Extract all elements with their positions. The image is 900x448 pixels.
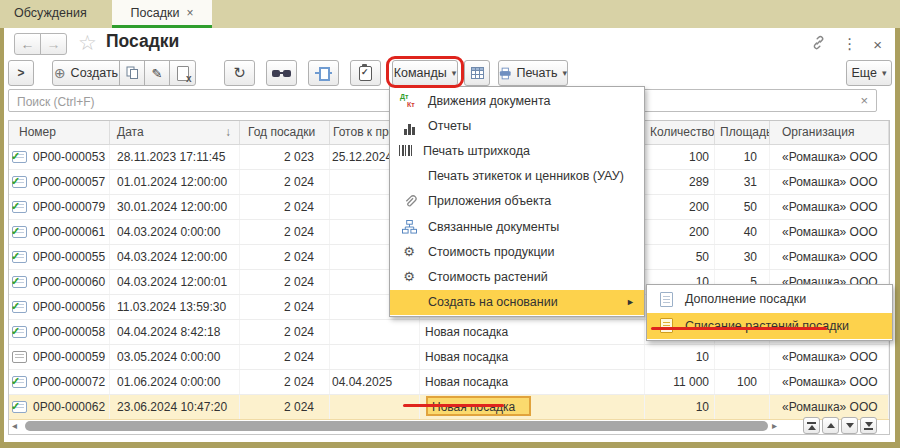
cell-number[interactable]: ✓0Р00-000061	[9, 220, 110, 244]
cell-status[interactable]: Новая посадка	[420, 370, 645, 394]
kebab-menu-icon[interactable]: ⋮	[842, 35, 857, 53]
cell-area[interactable]: 30	[715, 245, 770, 269]
delete-button[interactable]: x	[169, 60, 196, 86]
forward-button[interactable]: →	[40, 33, 67, 55]
cell-number[interactable]: ✓0Р00-000056	[9, 295, 110, 319]
menu-item[interactable]: ДтКтДвижения документа	[390, 88, 644, 113]
header-cell-qty[interactable]: Количество	[645, 121, 715, 144]
cell-number[interactable]: ✓0Р00-000058	[9, 320, 110, 344]
cell-year[interactable]: 2 023	[240, 145, 330, 169]
menu-item[interactable]: ⚙Стоимость продукции	[390, 239, 644, 264]
cell-date[interactable]: 04.03.2024 12:00:01	[110, 270, 240, 294]
header-cell-date[interactable]: Дата↓	[110, 121, 240, 144]
search-clear-icon[interactable]: ×	[860, 93, 868, 108]
cell-area[interactable]: 50	[715, 195, 770, 219]
cell-year[interactable]: 2 024	[240, 345, 330, 369]
cell-qty[interactable]: 200	[645, 220, 715, 244]
cell-year[interactable]: 2 024	[240, 395, 330, 419]
cell-qty[interactable]: 10	[645, 345, 715, 369]
cell-date[interactable]: 04.03.2024 0:00:00	[110, 220, 240, 244]
cell-year[interactable]: 2 024	[240, 195, 330, 219]
cell-year[interactable]: 2 024	[240, 170, 330, 194]
cell-org[interactable]: «Ромашка» ООО	[770, 345, 889, 369]
table-row[interactable]: ✓0Р00-00007201.06.2024 0:00:002 02404.04…	[9, 370, 889, 395]
cell-org[interactable]: «Ромашка» ООО	[770, 195, 889, 219]
create-button[interactable]: ⊕ Создать	[52, 60, 120, 86]
submenu-item[interactable]: Списание растений посадки	[647, 313, 892, 340]
cell-number[interactable]: ✓0Р00-000062	[9, 395, 110, 419]
cell-org[interactable]: «Ромашка» ООО	[770, 370, 889, 394]
cell-date[interactable]: 30.01.2024 12:00:00	[110, 195, 240, 219]
tab-plantings[interactable]: Посадки×	[112, 0, 212, 28]
header-cell-number[interactable]: Номер	[9, 121, 110, 144]
go-first-button[interactable]	[803, 417, 820, 434]
cell-date[interactable]: 03.05.2024 0:00:00	[110, 345, 240, 369]
cell-org[interactable]: «Ромашка» ООО	[770, 220, 889, 244]
cell-area[interactable]: 31	[715, 170, 770, 194]
cell-year[interactable]: 2 024	[240, 220, 330, 244]
cell-area[interactable]	[715, 395, 770, 419]
table-view-button[interactable]	[464, 60, 490, 86]
cell-number[interactable]: ✓0Р00-000055	[9, 245, 110, 269]
menu-item[interactable]: Связанные документы	[390, 214, 644, 239]
header-cell-org[interactable]: Организация	[770, 121, 889, 144]
link-icon[interactable]	[811, 35, 826, 53]
panel-toggle-button[interactable]: >	[8, 60, 34, 86]
table-row[interactable]: ✓0Р00-00006223.06.2024 10:47:202 024Нова…	[9, 395, 889, 420]
cell-year[interactable]: 2 024	[240, 245, 330, 269]
cell-area[interactable]	[715, 345, 770, 369]
cell-area[interactable]: 10	[715, 145, 770, 169]
layout-button[interactable]	[308, 60, 339, 86]
cell-number[interactable]: 0Р00-000059	[9, 345, 110, 369]
cell-status[interactable]: Новая посадка	[420, 345, 645, 369]
horizontal-scrollbar-thumb[interactable]	[25, 421, 768, 431]
cell-ready[interactable]	[330, 320, 420, 344]
menu-item[interactable]: Приложения объекта	[390, 189, 644, 214]
cell-date[interactable]: 01.01.2024 12:00:00	[110, 170, 240, 194]
scroll-left-icon[interactable]: ◂	[12, 420, 17, 431]
cell-qty[interactable]: 100	[645, 145, 715, 169]
cell-qty[interactable]: 200	[645, 195, 715, 219]
favorite-star-icon[interactable]: ☆	[78, 31, 97, 55]
cell-date[interactable]: 01.06.2024 0:00:00	[110, 370, 240, 394]
cell-date[interactable]: 11.03.2024 13:59:30	[110, 295, 240, 319]
copy-button[interactable]	[119, 60, 145, 86]
cell-area[interactable]: 100	[715, 370, 770, 394]
edit-button[interactable]: ✎	[144, 60, 170, 86]
menu-item[interactable]: Печать штрихкода	[390, 138, 644, 163]
cell-org[interactable]: «Ромашка» ООО	[770, 170, 889, 194]
cell-date[interactable]: 04.04.2024 8:42:18	[110, 320, 240, 344]
menu-item[interactable]: ⚙Стоимость растений	[390, 264, 644, 289]
cell-org[interactable]: «Ромашка» ООО	[770, 395, 889, 419]
cell-number[interactable]: ✓0Р00-000057	[9, 170, 110, 194]
header-cell-year[interactable]: Год посадки	[240, 121, 330, 144]
cell-number[interactable]: ✓0Р00-000053	[9, 145, 110, 169]
clipboard-button[interactable]: ✓	[350, 60, 381, 86]
glasses-button[interactable]	[266, 60, 297, 86]
cell-qty[interactable]: 289	[645, 170, 715, 194]
print-button[interactable]: Печать ▾	[498, 60, 568, 86]
cell-ready[interactable]	[330, 345, 420, 369]
menu-item[interactable]: Отчеты	[390, 113, 644, 138]
more-button[interactable]: Еще ▾	[846, 60, 892, 86]
go-next-button[interactable]	[841, 417, 858, 434]
cell-number[interactable]: ✓0Р00-000079	[9, 195, 110, 219]
cell-qty[interactable]: 10	[645, 395, 715, 419]
go-previous-button[interactable]	[822, 417, 839, 434]
cell-date[interactable]: 04.03.2024 12:00:00	[110, 245, 240, 269]
cell-ready[interactable]	[330, 395, 420, 419]
cell-status[interactable]: Новая посадка	[420, 395, 645, 419]
cell-number[interactable]: ✓0Р00-000072	[9, 370, 110, 394]
scroll-right-icon[interactable]: ▸	[772, 420, 777, 431]
commands-button[interactable]: Команды ▾	[392, 60, 458, 86]
cell-date[interactable]: 28.11.2023 17:11:45	[110, 145, 240, 169]
cell-org[interactable]: «Ромашка» ООО	[770, 145, 889, 169]
cell-year[interactable]: 2 024	[240, 270, 330, 294]
cell-year[interactable]: 2 024	[240, 295, 330, 319]
header-cell-area[interactable]: Площадь	[715, 121, 770, 144]
window-close-icon[interactable]: ×	[873, 36, 882, 53]
tab-discussions[interactable]: Обсуждения	[6, 0, 95, 28]
cell-area[interactable]: 40	[715, 220, 770, 244]
cell-year[interactable]: 2 024	[240, 320, 330, 344]
go-last-button[interactable]	[860, 417, 877, 434]
